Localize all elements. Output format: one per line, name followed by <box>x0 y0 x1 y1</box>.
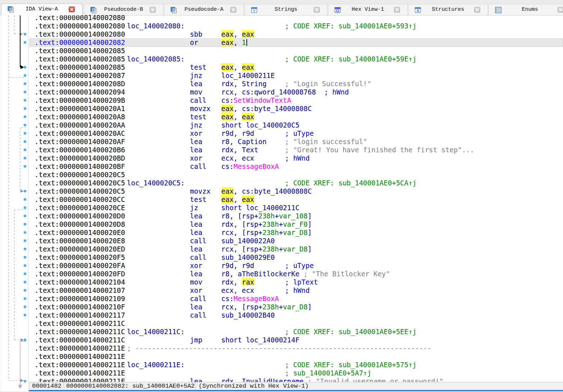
line-address: .text:00000001400020AF <box>35 138 125 146</box>
disassembly-line[interactable]: .text:000000014000211Cloc_14000211C:; CO… <box>35 328 563 336</box>
line-address: .text:0000000140002082 <box>35 38 125 47</box>
disassembly-line[interactable]: .text:00000001400020A8testeax, eax <box>35 113 563 121</box>
disassembly-line[interactable]: .text:00000001400020E8callsub_1400022A0 <box>35 237 563 245</box>
line-operands: eax, 1 <box>221 38 246 47</box>
disassembly-line[interactable]: .text:00000001400020EDlearcx, [rsp+238h+… <box>35 245 563 253</box>
line-mnemonic: lea <box>190 229 202 237</box>
tab-label: Enums <box>489 6 563 13</box>
tab-close-button[interactable] <box>150 7 156 13</box>
tab-ida-view-a[interactable]: IDA View-A <box>1 4 82 15</box>
line-address: .text:00000001400020E8 <box>35 237 125 245</box>
tab-close-button[interactable] <box>230 7 236 13</box>
line-mnemonic: mov <box>190 278 202 286</box>
line-address: .text:0000000140002094 <box>35 88 125 96</box>
line-mnemonic: jnz <box>190 72 202 80</box>
line-address: .text:0000000140002085 <box>35 63 125 72</box>
line-operands: rcx, [rsp+238h+var_D8] <box>221 303 312 311</box>
disassembly-line[interactable]: .text:00000001400020CEjzshort loc_140002… <box>35 204 563 212</box>
line-address: .text:00000001400020A8 <box>35 113 125 121</box>
disassembly-line[interactable]: .text:0000000140002082oreax, 1 <box>35 38 563 47</box>
disassembly-line[interactable]: .text:00000001400020C5movzxeax, cs:byte_… <box>35 187 563 195</box>
status-separator <box>195 382 196 390</box>
disassembly-line[interactable]: .text:0000000140002080 <box>35 14 563 22</box>
line-comment: ; lpText <box>285 278 318 286</box>
disassembly-line[interactable]: .text:0000000140002085testeax, eax <box>35 63 563 72</box>
disassembly-line[interactable]: .text:00000001400020ACxorr9d, r9d; uType <box>35 129 563 138</box>
line-mnemonic: lea <box>190 146 202 154</box>
line-mnemonic: xor <box>190 262 202 270</box>
disassembly-line[interactable]: .text:00000001400020FAxorr9d, r9d; uType <box>35 262 563 270</box>
line-mnemonic: call <box>190 162 206 171</box>
line-mnemonic: movzx <box>190 187 210 195</box>
line-operands: sub_1400022A0 <box>221 237 275 245</box>
line-operands: eax, eax <box>221 113 254 121</box>
disassembly-line[interactable]: .text:00000001400020CCtesteax, eax <box>35 195 563 204</box>
disassembly-line[interactable]: .text:0000000140002117callsub_140002B40 <box>35 311 563 319</box>
line-comment: ; uType <box>285 262 314 270</box>
line-operands: rcx, [rsp+238h+var_D8] <box>221 229 312 237</box>
line-comment: ; CODE XREF: sub_140001AE0+575↑j <box>285 361 417 369</box>
disassembly-line[interactable]: .text:000000014000209Bcallcs:SetWindowTe… <box>35 96 563 105</box>
line-address: .text:0000000140002117 <box>35 311 125 319</box>
disassembly-line[interactable]: .text:00000001400020AAjnzshort loc_14000… <box>35 121 563 129</box>
line-address: .text:0000000140002109 <box>35 295 125 303</box>
tab-close-button[interactable] <box>69 6 75 12</box>
disassembly-line[interactable]: .text:000000014000211E; sub_140001AE0+5A… <box>35 369 563 377</box>
line-comment: ; hWnd <box>285 154 310 162</box>
line-operands: loc_14000211E <box>221 72 275 80</box>
disassembly-line[interactable]: .text:00000001400020D8leardx, [rsp+238h+… <box>35 220 563 229</box>
disassembly-line[interactable]: .text:00000001400020AFlear8, Caption; "l… <box>35 138 563 146</box>
line-comment: ; CODE XREF: sub_140001AE0+5CA↑j <box>285 179 417 187</box>
disassembly-line[interactable]: .text:000000014000211E; ----------------… <box>35 344 563 352</box>
text-caret <box>246 39 247 46</box>
tab-close-button[interactable] <box>558 7 563 13</box>
line-mnemonic: lea <box>190 220 202 229</box>
jump-arrows-graphic <box>0 15 29 391</box>
disassembly-line[interactable]: .text:000000014000211E <box>35 352 563 361</box>
disassembly-line[interactable]: .text:0000000140002094movrcx, cs:qword_1… <box>35 88 563 96</box>
disassembly-line[interactable]: .text:0000000140002109callcs:MessageBoxA <box>35 295 563 303</box>
line-operands: sub_140002B40 <box>221 311 275 319</box>
disassembly-line[interactable]: .text:00000001400020A1movzxeax, cs:byte_… <box>35 105 563 113</box>
tab-close-button[interactable] <box>474 7 480 13</box>
disassembly-line[interactable]: .text:0000000140002085loc_140002085:; CO… <box>35 55 563 63</box>
disassembly-line[interactable]: .text:000000014000208Dleardx, String; "L… <box>35 80 563 88</box>
disassembly-line[interactable]: .text:000000014000210Flearcx, [rsp+238h+… <box>35 303 563 311</box>
tab-close-button[interactable] <box>394 7 400 13</box>
disassembly-line[interactable]: .text:00000001400020F5callsub_1400029E0 <box>35 253 563 262</box>
line-mnemonic: lea <box>190 80 202 88</box>
disassembly-listing[interactable]: .text:0000000140002080.text:000000014000… <box>0 15 563 382</box>
disassembly-line[interactable]: .text:0000000140002087jnzloc_14000211E <box>35 72 563 80</box>
line-mnemonic: call <box>190 311 206 319</box>
disassembly-line[interactable]: .text:00000001400020D0lear8, [rsp+238h+v… <box>35 212 563 220</box>
disassembly-line[interactable]: .text:0000000140002107xorecx, ecx; hWnd <box>35 286 563 295</box>
disassembly-line[interactable]: .text:0000000140002085 <box>35 47 563 55</box>
disassembly-line[interactable]: .text:00000001400020E0learcx, [rsp+238h+… <box>35 229 563 237</box>
line-operands: r9d, r9d <box>221 262 254 270</box>
line-label: loc_14000211E: <box>127 361 185 369</box>
disassembly-line[interactable]: .text:00000001400020BFcallcs:MessageBoxA <box>35 162 563 171</box>
line-operands: eax, cs:byte_14000808C <box>221 105 312 113</box>
status-position: 0000000140002082: sub_140001AE0+5A2 <box>66 383 195 390</box>
line-comment: ; "Great! You have finished the first st… <box>285 146 474 154</box>
disassembly-line[interactable]: .text:0000000140002080sbbeax, eax <box>35 30 563 38</box>
disassembly-line[interactable]: .text:0000000140002080loc_140002080:; CO… <box>35 22 563 30</box>
line-operands: r8, Caption <box>221 138 267 146</box>
line-operands: eax, cs:byte_14000808C <box>221 187 312 195</box>
disassembly-line[interactable]: .text:00000001400020BDxorecx, ecx; hWnd <box>35 154 563 162</box>
line-operands: r8, [rsp+238h+var_108] <box>221 212 312 220</box>
disassembly-line[interactable]: .text:00000001400020C5loc_1400020C5:; CO… <box>35 179 563 187</box>
disassembly-line[interactable]: .text:0000000140002104movrdx, rax; lpTex… <box>35 278 563 286</box>
line-operands: cs:SetWindowTextA <box>221 96 291 105</box>
disassembly-line[interactable]: .text:00000001400020C5 <box>35 171 563 179</box>
disassembly-line[interactable]: .text:00000001400020B6leardx, Text; "Gre… <box>35 146 563 154</box>
gutter-separator <box>28 15 29 382</box>
disassembly-line[interactable]: .text:000000014000211C <box>35 319 563 328</box>
line-address: .text:0000000140002107 <box>35 286 125 295</box>
line-mnemonic: test <box>190 113 206 121</box>
tab-close-button[interactable] <box>314 7 320 13</box>
line-address: .text:0000000140002085 <box>35 55 125 63</box>
disassembly-line[interactable]: .text:00000001400020FDlear8, aTheBitlock… <box>35 270 563 278</box>
disassembly-line[interactable]: .text:000000014000211Cjmpshort loc_14000… <box>35 336 563 344</box>
disassembly-line[interactable]: .text:000000014000211Eloc_14000211E:; CO… <box>35 361 563 369</box>
